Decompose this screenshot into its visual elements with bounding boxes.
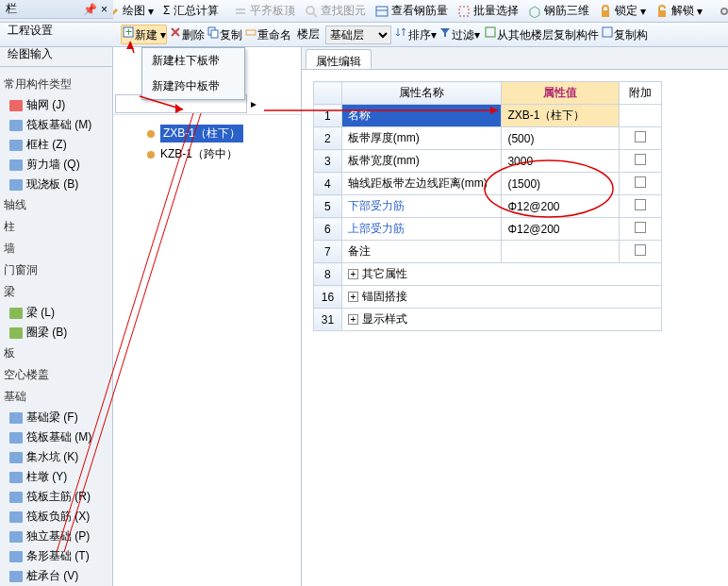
prop-value[interactable]: Φ12@200 — [502, 195, 619, 218]
tree-node-shearwall[interactable]: 剪力墙 (Q) — [0, 155, 112, 175]
unlock-icon — [655, 5, 669, 18]
expand-icon[interactable]: + — [348, 314, 358, 325]
wall-icon — [9, 159, 23, 171]
prop-attach[interactable] — [619, 127, 661, 150]
expand-row-anchor[interactable]: 16+锚固搭接 — [314, 286, 662, 309]
lock-button[interactable]: 锁定▾ — [595, 1, 650, 21]
sort-button[interactable]: 排序▾ — [395, 25, 437, 43]
prop-attach[interactable] — [619, 105, 661, 127]
unlock-button[interactable]: 解锁▾ — [652, 1, 706, 21]
tree-group-board[interactable]: 板 — [0, 343, 112, 364]
left-panel: 栏 📌 × 工程设置 绘图输入 常用构件类型 轴网 (J) 筏板基础 (M) 框… — [0, 47, 113, 586]
expand-row-other[interactable]: 8+其它属性 — [314, 263, 662, 286]
tree-group-common[interactable]: 常用构件类型 — [0, 74, 112, 95]
table-row[interactable]: 2板带厚度(mm)(500) — [314, 127, 662, 150]
copy-icon — [207, 25, 220, 39]
rebar-3d-button[interactable]: 钢筋三维 — [524, 1, 593, 21]
tree-node-foundbeam[interactable]: 基础梁 (F) — [0, 408, 112, 427]
pin-icon[interactable]: 📌 — [83, 3, 97, 16]
draw-input[interactable]: 绘图输入 — [0, 42, 113, 67]
tree-node-beam[interactable]: 梁 (L) — [0, 303, 112, 323]
tree-node-ringbeam[interactable]: 圈梁 (B) — [0, 323, 112, 343]
pilecap-icon — [9, 571, 23, 582]
tree-group-axis[interactable]: 轴线 — [0, 194, 112, 216]
prop-attach[interactable] — [619, 173, 661, 195]
tab-property-edit[interactable]: 属性编辑 — [306, 49, 372, 69]
table-row[interactable]: 3板带宽度(mm)3000 — [314, 150, 662, 173]
tree-node-column[interactable]: 框柱 (Z) — [0, 135, 112, 155]
table-row[interactable]: 1名称ZXB-1（柱下） — [314, 105, 662, 127]
expand-icon[interactable]: + — [348, 269, 358, 279]
checkbox[interactable] — [635, 154, 646, 165]
svg-rect-2 — [236, 8, 245, 10]
tree-node-mainbar[interactable]: 筏板主筋 (R) — [0, 487, 112, 507]
table-row[interactable]: 5下部受力筋Φ12@200 — [314, 195, 662, 218]
menu-new-span-band[interactable]: 新建跨中板带 — [142, 74, 244, 99]
col-value: 属性值 — [502, 82, 619, 105]
batch-select-button[interactable]: 批量选择 — [454, 1, 522, 21]
tree-node-sump[interactable]: 集水坑 (K) — [0, 447, 112, 467]
tree-group-hollow[interactable]: 空心楼盖 — [0, 364, 112, 386]
tree-node-strip[interactable]: 条形基础 (T) — [0, 546, 112, 566]
checkbox[interactable] — [635, 131, 646, 142]
floor-select[interactable]: 基础层 — [325, 25, 391, 44]
rename-button[interactable]: 重命名 — [244, 25, 291, 43]
copy-component-button[interactable]: 复制构 — [601, 25, 648, 43]
view-rebar-button[interactable]: 查看钢筋量 — [372, 1, 452, 21]
tree-node-negbar[interactable]: 筏板负筋 (X) — [0, 507, 112, 527]
board-icon — [9, 179, 23, 191]
close-icon[interactable]: × — [101, 3, 108, 16]
engineering-settings[interactable]: 工程设置 — [0, 19, 113, 42]
table-row[interactable]: 6上部受力筋Φ12@200 — [314, 218, 662, 241]
checkbox[interactable] — [635, 222, 646, 233]
table-row[interactable]: 4轴线距板带左边线距离(mm)(1500) — [314, 173, 662, 195]
tree-group-wall[interactable]: 墙 — [0, 238, 112, 260]
tree-node-castboard[interactable]: 现浇板 (B) — [0, 175, 112, 194]
tree-group-column[interactable]: 柱 — [0, 216, 112, 238]
expand-row-display[interactable]: 31+显示样式 — [314, 309, 662, 331]
prop-attach[interactable] — [619, 195, 661, 218]
tree-node-axis[interactable]: 轴网 (J) — [0, 95, 112, 115]
delete-button[interactable]: 删除 — [169, 25, 205, 43]
prop-value[interactable]: (1500) — [502, 173, 619, 195]
svg-text:+: + — [125, 25, 132, 39]
copy-from-floor-button[interactable]: 从其他楼层复制构件 — [484, 25, 599, 43]
tree-group-foundation[interactable]: 基础 — [0, 386, 112, 408]
svg-point-22 — [147, 151, 155, 159]
tree-node-raft[interactable]: 筏板基础 (M) — [0, 115, 112, 135]
tree-node-pilecap[interactable]: 桩承台 (V) — [0, 566, 112, 586]
tree-node-isolated[interactable]: 独立基础 (P) — [0, 527, 112, 546]
align-button[interactable]: 平齐板顶 — [230, 1, 299, 21]
checkbox[interactable] — [635, 199, 646, 210]
list-item-kzb1[interactable]: KZB-1（跨中） — [117, 144, 297, 164]
batch-button[interactable]: 批量 — [714, 1, 728, 21]
checkbox[interactable] — [635, 244, 646, 256]
slab-icon — [9, 120, 23, 131]
prop-attach[interactable] — [619, 241, 661, 263]
fbeam-icon — [9, 412, 23, 424]
prop-value[interactable]: 3000 — [502, 150, 619, 173]
copy-button[interactable]: 复制 — [207, 25, 242, 43]
prop-attach[interactable] — [619, 218, 661, 241]
grid-icon — [9, 100, 23, 111]
prop-value[interactable] — [502, 241, 619, 263]
sum-button[interactable]: Σ 汇总计算 — [159, 1, 223, 21]
expand-icon[interactable]: + — [348, 292, 358, 302]
list-item-zxb1[interactable]: ZXB-1（柱下） — [117, 123, 297, 144]
new-button[interactable]: +新建 ▾ — [121, 25, 167, 44]
search-go-icon[interactable]: ▸ — [251, 97, 256, 110]
menu-new-column-band[interactable]: 新建柱下板带 — [142, 48, 244, 74]
tree-node-raft2[interactable]: 筏板基础 (M) — [0, 427, 112, 447]
prop-value[interactable]: Φ12@200 — [502, 218, 619, 241]
find-button[interactable]: 查找图元 — [301, 1, 370, 21]
filter-button[interactable]: 过滤▾ — [438, 25, 480, 43]
tree-node-pier[interactable]: 柱墩 (Y) — [0, 467, 112, 487]
prop-value[interactable]: ZXB-1（柱下） — [502, 105, 619, 127]
table-row[interactable]: 7备注 — [314, 241, 662, 263]
row-number: 3 — [314, 150, 342, 173]
prop-attach[interactable] — [619, 150, 661, 173]
checkbox[interactable] — [635, 176, 646, 188]
tree-group-beam[interactable]: 梁 — [0, 281, 112, 303]
prop-value[interactable]: (500) — [502, 127, 619, 150]
tree-group-door[interactable]: 门窗洞 — [0, 260, 112, 281]
